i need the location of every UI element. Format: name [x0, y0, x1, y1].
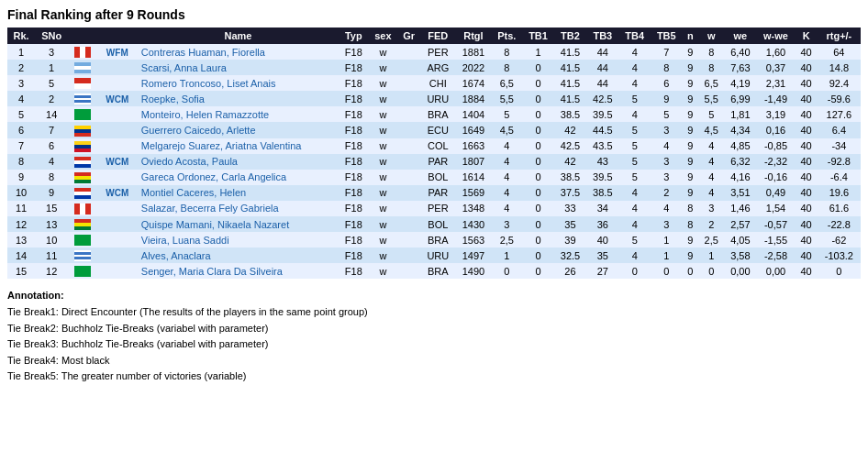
col-sex: sex	[369, 28, 398, 44]
cell-sex: w	[369, 91, 398, 106]
cell-gr	[397, 106, 420, 122]
table-row: 3 5 Romero Troncoso, Liset Anais F18 w C…	[7, 75, 861, 91]
cell-n: 9	[683, 60, 699, 75]
cell-tb4: 4	[618, 106, 651, 122]
cell-gr	[397, 122, 420, 138]
cell-fed: PER	[420, 44, 455, 60]
cell-sno: 12	[35, 263, 68, 279]
cell-k: 40	[795, 91, 817, 106]
flag-icon	[74, 126, 91, 137]
cell-fed: PAR	[420, 185, 455, 201]
cell-n: 9	[683, 185, 699, 201]
cell-pts: 6,5	[491, 75, 522, 91]
col-k: K	[795, 28, 817, 44]
cell-k: 40	[795, 201, 817, 216]
col-tb2: TB2	[554, 28, 586, 44]
cell-w: 5	[698, 106, 724, 122]
cell-sno: 11	[35, 248, 68, 263]
col-typ: Typ	[339, 28, 368, 44]
cell-gr	[397, 60, 420, 75]
cell-pts: 5,5	[491, 91, 522, 106]
cell-wwe: 0,49	[757, 185, 796, 201]
table-row: 1 3 WFM Contreras Huaman, Fiorella F18 w…	[7, 44, 861, 60]
cell-typ: F18	[339, 216, 368, 232]
cell-we: 4,16	[724, 170, 756, 185]
cell-tb4: 4	[618, 216, 651, 232]
cell-rtgpm: 0	[818, 263, 861, 279]
cell-title: WFM	[99, 44, 138, 60]
cell-pts: 4	[491, 138, 522, 154]
cell-n: 9	[683, 122, 699, 138]
cell-gr	[397, 170, 420, 185]
col-name: Name	[138, 28, 339, 44]
cell-rtgl: 1649	[455, 122, 491, 138]
cell-name: Salazar, Becerra Fely Gabriela	[138, 201, 339, 216]
cell-tb1: 0	[522, 60, 554, 75]
cell-tb2: 35	[554, 216, 586, 232]
cell-title	[99, 232, 138, 248]
cell-typ: F18	[339, 170, 368, 185]
table-row: 4 2 WCM Roepke, Sofia F18 w URU 1884 5,5…	[7, 91, 861, 106]
cell-name: Scarsi, Anna Laura	[138, 60, 339, 75]
cell-tb2: 39	[554, 232, 586, 248]
cell-tb3: 34	[586, 201, 618, 216]
cell-rk: 14	[7, 248, 35, 263]
cell-sex: w	[369, 201, 398, 216]
cell-rtgpm: -22.8	[818, 216, 861, 232]
cell-gr	[397, 138, 420, 154]
table-row: 15 12 Senger, Maria Clara Da Silveira F1…	[7, 263, 861, 279]
cell-fed: BOL	[420, 170, 455, 185]
cell-rtgpm: -103.2	[818, 248, 861, 263]
cell-tb3: 43	[586, 154, 618, 170]
flag-icon	[74, 266, 91, 277]
cell-typ: F18	[339, 263, 368, 279]
cell-rtgl: 1663	[455, 138, 491, 154]
cell-gr	[397, 91, 420, 106]
table-row: 8 4 WCM Oviedo Acosta, Paula F18 w PAR 1…	[7, 154, 861, 170]
cell-flag	[68, 263, 99, 279]
cell-typ: F18	[339, 91, 368, 106]
cell-sno: 9	[35, 185, 68, 201]
cell-gr	[397, 185, 420, 201]
cell-fed: URU	[420, 248, 455, 263]
col-fed: FED	[420, 28, 455, 44]
cell-rk: 8	[7, 154, 35, 170]
cell-gr	[397, 75, 420, 91]
cell-title	[99, 75, 138, 91]
cell-rk: 13	[7, 232, 35, 248]
table-row: 11 15 Salazar, Becerra Fely Gabriela F18…	[7, 201, 861, 216]
cell-rtgpm: -59.6	[818, 91, 861, 106]
cell-fed: PAR	[420, 154, 455, 170]
cell-we: 6,32	[724, 154, 756, 170]
cell-flag	[68, 44, 99, 60]
cell-w: 0	[698, 263, 724, 279]
cell-rtgpm: -62	[818, 232, 861, 248]
cell-tb5: 1	[651, 248, 683, 263]
cell-we: 4,85	[724, 138, 756, 154]
cell-tb1: 0	[522, 170, 554, 185]
flag-icon	[74, 94, 91, 104]
cell-title: WCM	[99, 185, 138, 201]
cell-n: 9	[683, 44, 699, 60]
cell-n: 9	[683, 138, 699, 154]
cell-tb3: 36	[586, 216, 618, 232]
cell-sex: w	[369, 75, 398, 91]
cell-k: 40	[795, 122, 817, 138]
cell-k: 40	[795, 248, 817, 263]
cell-gr	[397, 201, 420, 216]
cell-tb4: 5	[618, 154, 651, 170]
cell-wwe: -0,16	[757, 170, 796, 185]
cell-tb4: 4	[618, 44, 651, 60]
cell-tb1: 1	[522, 44, 554, 60]
cell-tb3: 39.5	[586, 170, 618, 185]
cell-gr	[397, 154, 420, 170]
cell-sex: w	[369, 60, 398, 75]
cell-name: Oviedo Acosta, Paula	[138, 154, 339, 170]
cell-rtgl: 1614	[455, 170, 491, 185]
cell-tb2: 41.5	[554, 60, 586, 75]
title-badge: WFM	[106, 48, 128, 58]
cell-name: Melgarejo Suarez, Ariatna Valentina	[138, 138, 339, 154]
cell-gr	[397, 216, 420, 232]
cell-tb5: 0	[651, 263, 683, 279]
cell-wwe: -0,57	[757, 216, 796, 232]
